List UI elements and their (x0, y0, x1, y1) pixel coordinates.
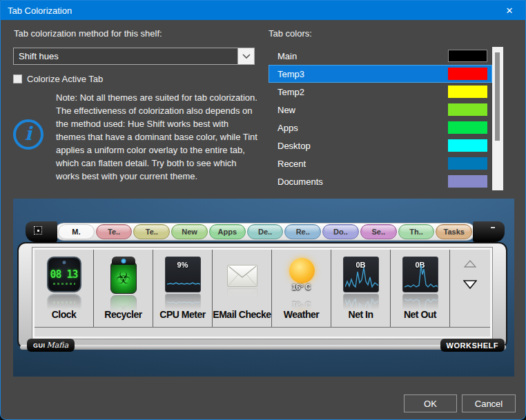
ok-button[interactable]: OK (404, 394, 457, 412)
shelf-body: 08 13 Clock ☣ Recycler (17, 242, 507, 349)
tab-color-swatch[interactable] (448, 175, 487, 188)
shelf-scroll-arrows (450, 250, 490, 327)
colorize-active-tab-checkbox[interactable] (13, 74, 22, 83)
preview-tab-documents: Do.. (322, 224, 359, 239)
tab-color-row-temp3[interactable]: Temp3 (269, 65, 492, 83)
preview-tab-new: New (171, 224, 208, 239)
shelf-icon-frame: 08 13 Clock ☣ Recycler (32, 248, 492, 339)
tab-color-swatch[interactable] (448, 86, 487, 98)
shelf-item-cpu-meter: 9% CPU Meter (153, 250, 213, 327)
tab-color-name: Recent (269, 159, 448, 169)
tab-color-row-documents[interactable]: Documents (269, 172, 492, 190)
preview-tab-themes: Th.. (398, 224, 435, 239)
biohazard-icon: ☣ (116, 270, 131, 286)
colorize-active-tab-row: Colorize Active Tab (13, 74, 103, 84)
tab-color-name: New (269, 105, 448, 115)
tab-color-row-apps[interactable]: Apps (269, 119, 492, 137)
tab-color-name: Apps (269, 123, 448, 133)
recycler-icon: ☣ (110, 257, 137, 294)
tab-color-row-recent[interactable]: Recent (269, 154, 492, 172)
preview-tab-temp3: Te.. (96, 224, 133, 239)
preview-tab-main: M. (58, 224, 95, 239)
shelf-item-label: Clock (35, 309, 93, 320)
shelf-item-net-out: 0B Net Out (391, 250, 450, 327)
clock-time: 08 13 (48, 268, 80, 281)
gui-mafia-badge: GUI Mafia (27, 339, 75, 352)
method-dropdown-value: Shift hues (14, 51, 237, 61)
window-title: Tab Colorization (1, 6, 494, 16)
titlebar[interactable]: Tab Colorization ✕ (1, 1, 525, 20)
shelf-item-net-in: 0B Net In (331, 250, 391, 327)
tab-colorization-dialog: Tab Colorization ✕ Tab colorization meth… (0, 0, 526, 420)
shelf-item-label: Weather (272, 309, 331, 320)
scroll-up-icon (464, 260, 476, 268)
corner-dash-icon (491, 227, 495, 228)
shelf-preview: M. Te.. Te.. New Apps De.. Re.. Do.. Se.… (13, 199, 514, 377)
colors-list-scrollbar[interactable] (492, 47, 503, 190)
tab-color-swatch[interactable] (448, 139, 487, 152)
close-button[interactable]: ✕ (494, 1, 525, 20)
preview-tab-apps: Apps (209, 224, 246, 239)
shelf-item-label: Net In (331, 309, 390, 320)
shelf-item-label: CPU Meter (153, 309, 212, 320)
tab-colors-list: Main Temp3 Temp2 New Apps Desktop Recent (269, 47, 492, 190)
cpu-graph-icon (167, 262, 200, 290)
tab-color-swatch[interactable] (448, 121, 487, 134)
tab-color-name: Temp2 (269, 87, 448, 97)
chevron-down-icon (242, 54, 251, 59)
tab-color-swatch[interactable] (448, 68, 487, 80)
tab-color-row-temp2[interactable]: Temp2 (269, 83, 492, 101)
shelf-item-label: Net Out (391, 309, 449, 320)
preview-tab-temp2: Te.. (133, 224, 170, 239)
shelf-item-label: EMail Checke (213, 309, 271, 320)
tab-color-swatch[interactable] (448, 50, 487, 62)
scroll-down-icon (463, 280, 477, 289)
shelf-item-recycler: ☣ Recycler (94, 250, 153, 327)
method-label: Tab colorization method for this shelf: (14, 28, 162, 39)
clock-icon: 08 13 (47, 257, 81, 292)
colorize-active-tab-label: Colorize Active Tab (27, 74, 103, 84)
shelf-cells: 08 13 Clock ☣ Recycler (35, 250, 490, 328)
preview-tab-strip: M. Te.. Te.. New Apps De.. Re.. Do.. Se.… (55, 223, 476, 241)
dropdown-open-button[interactable] (237, 48, 254, 64)
tab-color-name: Main (269, 51, 448, 61)
shelf-corner-right (473, 221, 505, 242)
scrollbar-thumb[interactable] (495, 52, 500, 141)
tab-color-swatch[interactable] (448, 157, 487, 170)
shelf-bottom-rim (20, 345, 506, 350)
workshelf-badge: WORKSHELF (440, 339, 505, 352)
shelf-item-clock: 08 13 Clock (35, 250, 94, 327)
tab-color-name: Desktop (269, 141, 448, 151)
weather-sun-icon: 16° C (284, 257, 320, 295)
shelf-item-email-checker: EMail Checke (213, 250, 272, 327)
tab-color-name: Documents (269, 177, 448, 187)
preview-tab-tasks: Tasks (436, 224, 472, 239)
note-text: Note: Not all themes are suited for tab … (56, 91, 260, 183)
preview-tab-search: Se.. (360, 224, 397, 239)
info-icon: i (13, 119, 43, 150)
tab-color-name: Temp3 (269, 69, 448, 79)
close-icon: ✕ (506, 6, 514, 16)
weather-temperature: 16° C (284, 283, 320, 291)
net-in-graph-icon: 0B (343, 257, 379, 292)
cancel-button[interactable]: Cancel (462, 394, 516, 412)
tab-color-row-new[interactable]: New (269, 101, 492, 119)
method-dropdown[interactable]: Shift hues (13, 48, 255, 65)
preview-tabbar: M. Te.. Te.. New Apps De.. Re.. Do.. Se.… (26, 221, 505, 242)
grab-handle-icon (34, 226, 42, 234)
cpu-meter-icon: 9% (165, 257, 201, 292)
envelope-icon (227, 265, 257, 287)
preview-tab-recent: Re.. (284, 224, 321, 239)
net-out-graph-icon: 0B (402, 257, 438, 292)
tab-color-swatch[interactable] (448, 103, 487, 116)
preview-tab-desktop: De.. (247, 224, 284, 239)
shelf-item-weather: 16° C Weather (272, 250, 331, 327)
tab-color-row-desktop[interactable]: Desktop (269, 137, 492, 154)
shelf-corner-left (26, 221, 57, 242)
tab-color-row-main[interactable]: Main (269, 47, 492, 65)
shelf-item-label: Recycler (94, 309, 153, 320)
tab-colors-label: Tab colors: (269, 28, 312, 39)
